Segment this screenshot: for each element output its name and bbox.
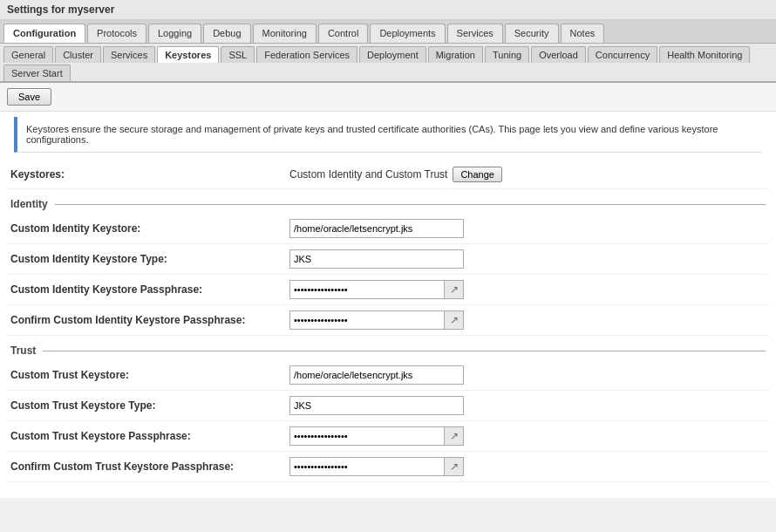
main-tab-security[interactable]: Security <box>505 24 559 43</box>
custom-trust-keystore-type-input[interactable] <box>289 396 464 415</box>
window-title: Settings for myserver <box>0 0 776 20</box>
change-button[interactable]: Change <box>453 167 502 182</box>
custom-identity-keystore-label: Custom Identity Keystore: <box>10 222 289 235</box>
confirm-custom-trust-passphrase-label: Confirm Custom Trust Keystore Passphrase… <box>10 460 289 473</box>
confirm-custom-identity-passphrase-input[interactable] <box>290 310 444 330</box>
main-tab-bar: ConfigurationProtocolsLoggingDebugMonito… <box>0 20 776 44</box>
main-tab-services[interactable]: Services <box>447 24 503 43</box>
custom-trust-keystore-type-field-wrap <box>289 396 766 415</box>
confirm-custom-identity-passphrase-wrap: ↗ <box>289 310 464 330</box>
sub-tab-migration[interactable]: Migration <box>428 46 483 63</box>
keystores-row: Keystores: Custom Identity and Custom Tr… <box>7 160 769 189</box>
main-container: Settings for myserver ConfigurationProto… <box>0 0 776 525</box>
main-tab-protocols[interactable]: Protocols <box>87 24 146 43</box>
confirm-custom-trust-passphrase-wrap: ↗ <box>289 457 464 476</box>
custom-identity-passphrase-row: Custom Identity Keystore Passphrase: ↗ <box>7 275 769 305</box>
custom-identity-keystore-type-row: Custom Identity Keystore Type: <box>7 244 769 275</box>
custom-identity-keystore-row: Custom Identity Keystore: <box>7 214 769 244</box>
confirm-trust-passphrase-reveal-icon[interactable]: ↗ <box>444 458 463 475</box>
confirm-custom-identity-passphrase-field-wrap: ↗ <box>289 310 766 330</box>
custom-identity-passphrase-label: Custom Identity Keystore Passphrase: <box>10 283 289 296</box>
custom-identity-passphrase-input[interactable] <box>290 280 444 299</box>
custom-identity-keystore-type-field-wrap <box>289 249 766 269</box>
custom-trust-keystore-field-wrap <box>289 365 766 385</box>
content-area: Keystores ensure the secure storage and … <box>0 112 776 498</box>
main-tab-deployments[interactable]: Deployments <box>370 24 445 43</box>
keystores-value-text: Custom Identity and Custom Trust <box>289 168 447 181</box>
custom-identity-passphrase-wrap: ↗ <box>289 280 464 299</box>
main-tab-monitoring[interactable]: Monitoring <box>253 24 317 43</box>
sub-tab-ssl[interactable]: SSL <box>221 46 255 63</box>
custom-trust-passphrase-label: Custom Trust Keystore Passphrase: <box>10 430 289 442</box>
main-tab-configuration[interactable]: Configuration <box>3 24 85 43</box>
confirm-custom-trust-passphrase-field-wrap: ↗ <box>289 457 766 476</box>
keystores-label: Keystores: <box>10 168 289 181</box>
trust-section-label: Trust <box>10 344 36 357</box>
custom-trust-passphrase-input[interactable] <box>290 426 444 446</box>
custom-trust-keystore-row: Custom Trust Keystore: <box>7 360 769 391</box>
custom-identity-keystore-type-label: Custom Identity Keystore Type: <box>10 253 289 265</box>
confirm-custom-identity-passphrase-row: Confirm Custom Identity Keystore Passphr… <box>7 305 769 336</box>
sub-tab-bar: GeneralClusterServicesKeystoresSSLFedera… <box>0 44 776 83</box>
trust-section-header: Trust <box>7 339 769 360</box>
custom-trust-passphrase-row: Custom Trust Keystore Passphrase: ↗ <box>7 421 769 452</box>
custom-identity-keystore-input[interactable] <box>289 219 464 238</box>
keystores-value-container: Custom Identity and Custom Trust Change <box>289 167 766 182</box>
custom-trust-passphrase-field-wrap: ↗ <box>289 426 766 446</box>
confirm-custom-trust-passphrase-row: Confirm Custom Trust Keystore Passphrase… <box>7 452 769 482</box>
sub-tab-general[interactable]: General <box>3 46 53 63</box>
sub-tab-federation-services[interactable]: Federation Services <box>256 46 357 63</box>
custom-trust-passphrase-wrap: ↗ <box>289 426 464 446</box>
confirm-custom-identity-passphrase-label: Confirm Custom Identity Keystore Passphr… <box>10 314 289 326</box>
sub-tab-keystores[interactable]: Keystores <box>157 46 219 63</box>
main-tab-control[interactable]: Control <box>318 24 368 43</box>
trust-passphrase-reveal-icon[interactable]: ↗ <box>444 427 463 445</box>
main-tab-debug[interactable]: Debug <box>203 24 250 43</box>
custom-trust-keystore-type-label: Custom Trust Keystore Type: <box>10 399 289 412</box>
main-tab-notes[interactable]: Notes <box>561 24 605 43</box>
identity-section-label: Identity <box>10 198 48 210</box>
description-text: Keystores ensure the secure storage and … <box>26 124 718 145</box>
custom-trust-keystore-input[interactable] <box>289 365 464 385</box>
main-tab-logging[interactable]: Logging <box>148 24 201 43</box>
custom-identity-keystore-field-wrap <box>289 219 766 238</box>
custom-trust-keystore-label: Custom Trust Keystore: <box>10 369 289 381</box>
sub-tab-concurrency[interactable]: Concurrency <box>588 46 657 63</box>
custom-identity-passphrase-field-wrap: ↗ <box>289 280 766 299</box>
form-section: Keystores: Custom Identity and Custom Tr… <box>7 160 769 482</box>
save-button[interactable]: Save <box>7 88 51 106</box>
confirm-custom-trust-passphrase-input[interactable] <box>290 457 444 476</box>
passphrase-reveal-icon[interactable]: ↗ <box>444 281 463 298</box>
sub-tab-cluster[interactable]: Cluster <box>55 46 101 63</box>
sub-tab-deployment[interactable]: Deployment <box>359 46 426 63</box>
confirm-passphrase-reveal-icon[interactable]: ↗ <box>444 311 463 329</box>
sub-tab-services[interactable]: Services <box>103 46 155 63</box>
sub-tab-tuning[interactable]: Tuning <box>485 46 529 63</box>
custom-identity-keystore-type-input[interactable] <box>289 249 464 269</box>
sub-tab-overload[interactable]: Overload <box>531 46 586 63</box>
custom-trust-keystore-type-row: Custom Trust Keystore Type: <box>7 391 769 421</box>
description-bar: Keystores ensure the secure storage and … <box>14 117 762 153</box>
window-title-text: Settings for myserver <box>7 3 114 16</box>
identity-section-header: Identity <box>7 193 769 214</box>
sub-tab-server-start[interactable]: Server Start <box>3 65 71 81</box>
toolbar: Save <box>0 83 776 112</box>
sub-tab-health-monitoring[interactable]: Health Monitoring <box>659 46 750 63</box>
